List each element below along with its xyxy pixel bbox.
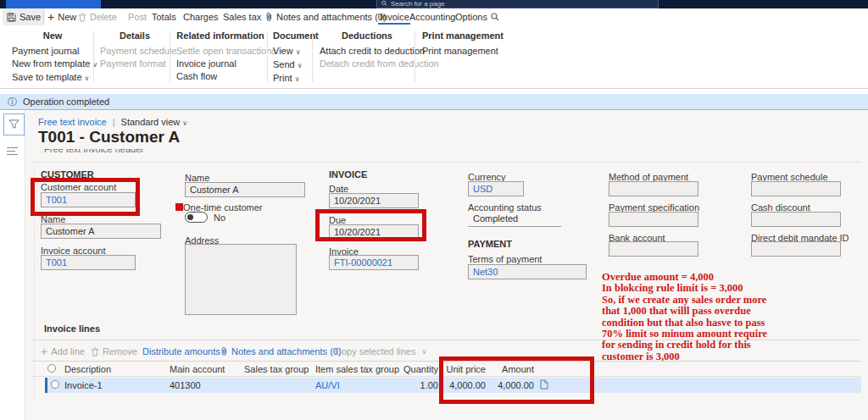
ribbon-separator [93,31,94,82]
terms-of-payment-label: Terms of payment [468,254,542,264]
ribbon-group-new: New Payment journal New from template∨ S… [12,30,93,85]
annotation-box-unit-price-amount [439,356,594,404]
ribbon-separator [267,31,268,82]
name-field[interactable]: Customer A [41,224,161,239]
attach-credit-to-deduction-link[interactable]: Attach credit to deduction [320,45,415,58]
delete-label: Delete [90,12,117,22]
page-title: T001 - Customer A [38,128,180,146]
paperclip-icon [265,12,273,22]
tab-accounting[interactable]: Accounting [409,8,455,25]
accounting-status-underline [468,226,561,227]
global-search-input[interactable]: Search for a page [376,0,659,8]
payment-specification-field[interactable] [609,212,698,227]
charges-button[interactable]: Charges [183,8,219,25]
sales-tax-label: Sales tax [223,12,261,22]
plus-icon: + [47,12,54,22]
ribbon-group-print-management: Print management Print management [422,30,500,58]
copy-selected-lines-button: Copy selected lines ∨ [335,345,426,358]
tab-options[interactable]: Options [455,8,487,25]
operation-message-text: Operation completed [23,97,109,107]
date-field[interactable]: 10/20/2021 [329,193,419,208]
print-menu[interactable]: Print∨ [273,72,312,86]
one-time-customer-toggle[interactable] [185,212,208,223]
notes-attachments-label: Notes and attachments (0) [276,12,387,22]
chevron-down-icon: ∨ [182,119,187,127]
accounting-status-label: Accounting status [468,202,542,213]
payment-schedule-link: Payment schedule [100,45,170,58]
ribbon: New Payment journal New from template∨ S… [0,26,868,89]
paperclip-icon [220,346,228,356]
selected-row-accent [45,378,47,393]
lines-notes-attachments-button[interactable]: Notes and attachments (0) [220,345,342,358]
payment-schedule-field[interactable] [751,181,841,196]
annotation-box-customer-account [31,178,140,216]
method-of-payment-field[interactable] [609,181,698,196]
ribbon-group-title: Document [273,30,312,41]
new-button[interactable]: + New [47,8,76,25]
invoice-section-label: INVOICE [329,169,367,180]
terms-of-payment-field[interactable]: Net30 [468,264,587,279]
direct-debit-mandate-id-field[interactable] [751,241,841,257]
save-button[interactable]: Save [3,8,45,25]
filter-button[interactable] [3,113,25,135]
distribute-amounts-button[interactable]: Distribute amounts [142,345,220,358]
one-time-customer-value: No [214,213,225,223]
cell-main-account: 401300 [170,380,201,390]
print-management-link[interactable]: Print management [422,45,500,58]
top-navigation-bar: Search for a page [0,0,868,8]
invoice-number-field[interactable]: FTI-00000021 [329,255,419,270]
bank-account-field[interactable] [609,241,698,257]
cash-discount-field[interactable] [751,212,841,227]
filter-funnel-icon [8,119,19,130]
new-label: New [58,12,76,22]
info-icon: ⓘ [8,96,17,108]
ribbon-group-title: Details [100,30,170,41]
ribbon-separator [415,31,415,82]
ribbon-group-title: Deductions [320,30,415,41]
tab-invoice-label: Invoice [380,12,409,22]
row-radio[interactable] [51,380,59,389]
notes-attachments-button[interactable]: Notes and attachments (0) [265,8,387,25]
invoice-lines-title: Invoice lines [44,323,100,334]
trash-icon [78,13,86,22]
command-bar-search-button[interactable] [491,8,499,25]
invoice-journal-link[interactable]: Invoice journal [176,58,264,70]
save-label: Save [19,12,41,22]
payment-journal-link[interactable]: Payment journal [12,45,93,58]
header-section-label-clipped: Free text invoice header [44,149,231,156]
save-to-template-link[interactable]: Save to template∨ [12,71,93,85]
send-menu[interactable]: Send∨ [273,58,312,72]
chevron-down-icon: ∨ [298,62,303,69]
post-button: Post [128,8,147,25]
ribbon-separator [170,31,170,82]
currency-field[interactable]: USD [468,181,524,196]
trash-icon [91,347,99,356]
new-from-template-link[interactable]: New from template∨ [12,58,93,71]
list-view-icon[interactable] [7,147,19,158]
invoice-account-field[interactable]: T001 [41,255,136,270]
col-main-account: Main account [170,364,225,374]
view-menu[interactable]: View∨ [273,45,312,58]
breadcrumb: Free text invoice|Standard view∨ [38,117,187,127]
view-selector[interactable]: Standard view [121,117,181,127]
annotation-red-marker [175,203,183,211]
breadcrumb-link[interactable]: Free text invoice [38,117,107,127]
chevron-down-icon: ∨ [85,75,90,82]
chevron-down-icon: ∨ [421,348,426,356]
payment-format-link: Payment format [100,58,170,70]
chevron-down-icon: ∨ [295,75,300,83]
tab-options-label: Options [455,12,487,22]
totals-button[interactable]: Totals [152,8,176,25]
name-field-2[interactable]: Customer A [185,182,305,197]
sales-tax-button[interactable]: Sales tax [223,8,261,25]
global-search-placeholder: Search for a page [391,0,445,8]
ribbon-separator [312,31,313,82]
cash-flow-link[interactable]: Cash flow [176,70,264,83]
address-field[interactable] [185,244,297,315]
chevron-down-icon: ∨ [296,48,301,56]
plus-icon: + [41,346,47,356]
ribbon-group-title: New [12,30,93,41]
charges-label: Charges [183,12,219,22]
select-all-radio[interactable] [47,364,56,373]
active-nav-tile[interactable] [6,0,101,8]
